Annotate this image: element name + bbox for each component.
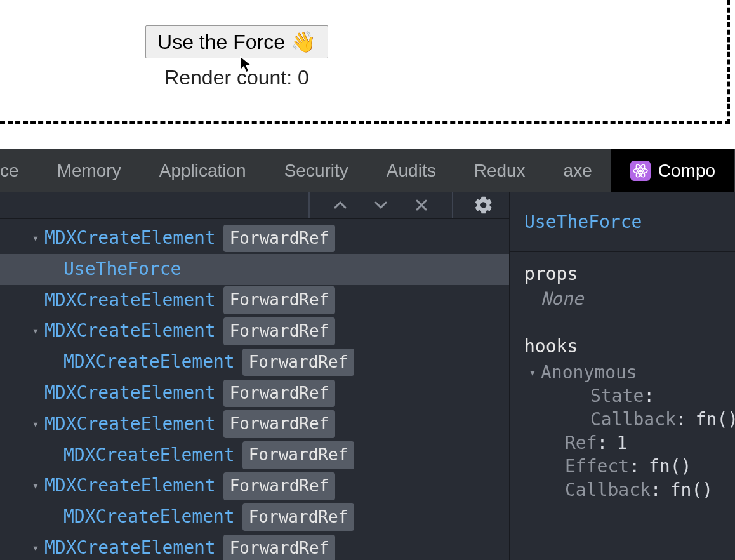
hook-row[interactable]: State: bbox=[510, 384, 735, 408]
component-name: MDXCreateElement bbox=[63, 503, 235, 531]
tree-row[interactable]: MDXCreateElementForwardRef bbox=[0, 347, 509, 378]
devtools-tab-bar: ce Memory Application Security Audits Re… bbox=[0, 149, 735, 192]
hook-key: Ref bbox=[565, 432, 597, 453]
disclosure-triangle-icon[interactable]: ▾ bbox=[27, 229, 44, 248]
hook-row[interactable]: Callback:fn() bbox=[510, 408, 735, 431]
tab-axe[interactable]: axe bbox=[545, 149, 611, 192]
tree-toolbar bbox=[0, 192, 509, 219]
render-count-label: Render count: 0 bbox=[145, 66, 328, 90]
forwardref-badge: ForwardRef bbox=[242, 503, 355, 531]
preview-area: Use the Force 👋 Render count: 0 bbox=[0, 0, 730, 124]
hooks-section-title: hooks bbox=[510, 324, 735, 361]
forwardref-badge: ForwardRef bbox=[223, 317, 336, 345]
component-name: MDXCreateElement bbox=[44, 410, 216, 439]
hook-value: fn() bbox=[670, 479, 713, 500]
forwardref-badge: ForwardRef bbox=[242, 349, 355, 377]
forwardref-badge: ForwardRef bbox=[223, 380, 336, 408]
hook-row[interactable]: Ref:1 bbox=[510, 431, 735, 455]
colon: : bbox=[676, 409, 687, 430]
hook-key: Effect bbox=[565, 456, 629, 477]
component-name: MDXCreateElement bbox=[44, 472, 216, 500]
close-icon[interactable] bbox=[410, 194, 433, 217]
tree-row[interactable]: ▾MDXCreateElementForwardRef bbox=[0, 533, 509, 560]
hook-value: fn() bbox=[696, 409, 735, 430]
tree-row[interactable]: ▾MDXCreateElementForwardRef bbox=[0, 409, 509, 440]
component-name: MDXCreateElement bbox=[63, 348, 235, 377]
forwardref-badge: ForwardRef bbox=[223, 286, 336, 314]
colon: : bbox=[629, 456, 640, 477]
tree-row[interactable]: MDXCreateElementForwardRef bbox=[0, 378, 509, 409]
tab-redux[interactable]: Redux bbox=[455, 149, 545, 192]
component-name: UseTheForce bbox=[63, 255, 181, 284]
chevron-down-icon[interactable] bbox=[369, 194, 392, 217]
disclosure-triangle-icon[interactable]: ▾ bbox=[524, 366, 541, 379]
forwardref-badge: ForwardRef bbox=[223, 410, 336, 438]
disclosure-triangle-icon[interactable]: ▾ bbox=[27, 322, 44, 340]
tree-row[interactable]: MDXCreateElementForwardRef bbox=[0, 502, 509, 533]
toolbar-separator bbox=[452, 192, 453, 218]
component-tree: ▾MDXCreateElementForwardRefUseTheForceMD… bbox=[0, 219, 509, 560]
toolbar-separator bbox=[308, 192, 310, 218]
disclosure-triangle-icon[interactable]: ▾ bbox=[27, 477, 44, 495]
hook-value: 1 bbox=[616, 432, 627, 453]
tab-audits[interactable]: Audits bbox=[368, 149, 455, 192]
component-name: MDXCreateElement bbox=[44, 534, 216, 560]
colon: : bbox=[597, 432, 608, 453]
hook-row[interactable]: Effect:fn() bbox=[510, 455, 735, 478]
react-devtools-icon bbox=[630, 161, 651, 181]
gear-icon[interactable] bbox=[472, 194, 495, 217]
props-section-title: props bbox=[510, 252, 735, 288]
tree-row[interactable]: MDXCreateElementForwardRef bbox=[0, 440, 509, 471]
tree-row[interactable]: ▾MDXCreateElementForwardRef bbox=[0, 223, 509, 254]
colon: : bbox=[651, 479, 661, 500]
tree-row[interactable]: ▾MDXCreateElementForwardRef bbox=[0, 470, 509, 502]
tab-components[interactable]: Compo bbox=[611, 149, 734, 192]
tab-memory[interactable]: Memory bbox=[38, 149, 140, 192]
hook-row[interactable]: Callback:fn() bbox=[510, 478, 735, 502]
forwardref-badge: ForwardRef bbox=[223, 225, 336, 253]
hook-row[interactable]: ▾Anonymous bbox=[510, 361, 735, 384]
forwardref-badge: ForwardRef bbox=[223, 535, 336, 560]
detail-panel: UseTheForce props None hooks ▾AnonymousS… bbox=[510, 192, 735, 560]
selected-component-name: UseTheForce bbox=[510, 192, 735, 252]
devtools-body: ▾MDXCreateElementForwardRefUseTheForceMD… bbox=[0, 192, 735, 560]
use-the-force-button[interactable]: Use the Force 👋 bbox=[145, 25, 328, 58]
tree-row[interactable]: MDXCreateElementForwardRef bbox=[0, 285, 509, 316]
colon: : bbox=[644, 385, 654, 406]
tab-components-label: Compo bbox=[658, 161, 715, 181]
component-tree-panel: ▾MDXCreateElementForwardRefUseTheForceMD… bbox=[0, 192, 510, 560]
chevron-up-icon[interactable] bbox=[329, 194, 352, 217]
tab-partial[interactable]: ce bbox=[0, 149, 38, 192]
component-name: MDXCreateElement bbox=[44, 379, 216, 408]
hook-key: Callback bbox=[590, 409, 676, 430]
props-none: None bbox=[510, 288, 735, 309]
disclosure-triangle-icon[interactable]: ▾ bbox=[27, 539, 44, 557]
tab-application[interactable]: Application bbox=[140, 149, 265, 192]
tree-row[interactable]: UseTheForce bbox=[0, 254, 509, 285]
disclosure-triangle-icon[interactable]: ▾ bbox=[27, 415, 44, 434]
component-name: MDXCreateElement bbox=[63, 441, 235, 470]
hook-key: Callback bbox=[565, 479, 651, 500]
forwardref-badge: ForwardRef bbox=[242, 441, 355, 469]
hook-value: fn() bbox=[649, 456, 691, 477]
hooks-list: ▾AnonymousState:Callback:fn()Ref:1Effect… bbox=[510, 361, 735, 502]
tree-row[interactable]: ▾MDXCreateElementForwardRef bbox=[0, 316, 509, 347]
tab-security[interactable]: Security bbox=[265, 149, 368, 192]
hook-key: State bbox=[590, 385, 644, 406]
component-name: MDXCreateElement bbox=[44, 317, 216, 345]
component-name: MDXCreateElement bbox=[44, 286, 216, 315]
hook-key: Anonymous bbox=[541, 362, 637, 383]
forwardref-badge: ForwardRef bbox=[223, 472, 336, 500]
component-name: MDXCreateElement bbox=[44, 224, 216, 253]
svg-point-1 bbox=[639, 170, 642, 173]
